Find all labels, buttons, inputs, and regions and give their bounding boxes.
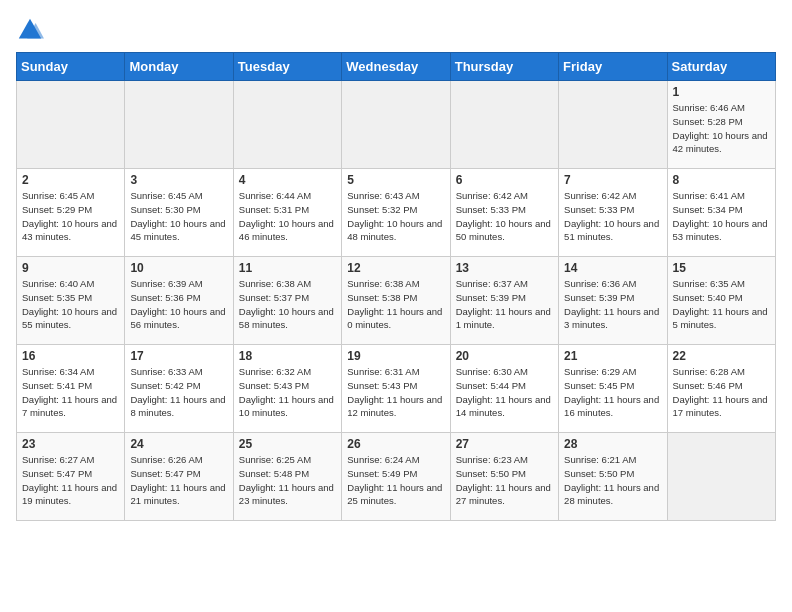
- day-number: 16: [22, 349, 119, 363]
- day-cell: 8Sunrise: 6:41 AM Sunset: 5:34 PM Daylig…: [667, 169, 775, 257]
- day-info: Sunrise: 6:33 AM Sunset: 5:42 PM Dayligh…: [130, 365, 227, 420]
- day-number: 3: [130, 173, 227, 187]
- day-cell: [667, 433, 775, 521]
- day-number: 25: [239, 437, 336, 451]
- day-number: 26: [347, 437, 444, 451]
- day-cell: 9Sunrise: 6:40 AM Sunset: 5:35 PM Daylig…: [17, 257, 125, 345]
- calendar-body: 1Sunrise: 6:46 AM Sunset: 5:28 PM Daylig…: [17, 81, 776, 521]
- day-number: 5: [347, 173, 444, 187]
- day-number: 19: [347, 349, 444, 363]
- day-cell: 3Sunrise: 6:45 AM Sunset: 5:30 PM Daylig…: [125, 169, 233, 257]
- day-number: 28: [564, 437, 661, 451]
- day-cell: 5Sunrise: 6:43 AM Sunset: 5:32 PM Daylig…: [342, 169, 450, 257]
- week-row: 2Sunrise: 6:45 AM Sunset: 5:29 PM Daylig…: [17, 169, 776, 257]
- day-cell: 12Sunrise: 6:38 AM Sunset: 5:38 PM Dayli…: [342, 257, 450, 345]
- header-cell-saturday: Saturday: [667, 53, 775, 81]
- day-number: 18: [239, 349, 336, 363]
- day-number: 24: [130, 437, 227, 451]
- day-number: 1: [673, 85, 770, 99]
- day-number: 11: [239, 261, 336, 275]
- header-cell-wednesday: Wednesday: [342, 53, 450, 81]
- day-info: Sunrise: 6:24 AM Sunset: 5:49 PM Dayligh…: [347, 453, 444, 508]
- day-info: Sunrise: 6:28 AM Sunset: 5:46 PM Dayligh…: [673, 365, 770, 420]
- week-row: 23Sunrise: 6:27 AM Sunset: 5:47 PM Dayli…: [17, 433, 776, 521]
- day-info: Sunrise: 6:32 AM Sunset: 5:43 PM Dayligh…: [239, 365, 336, 420]
- day-cell: 19Sunrise: 6:31 AM Sunset: 5:43 PM Dayli…: [342, 345, 450, 433]
- logo-icon: [16, 16, 44, 44]
- day-cell: [17, 81, 125, 169]
- week-row: 9Sunrise: 6:40 AM Sunset: 5:35 PM Daylig…: [17, 257, 776, 345]
- day-cell: [125, 81, 233, 169]
- day-number: 17: [130, 349, 227, 363]
- day-number: 27: [456, 437, 553, 451]
- day-cell: 10Sunrise: 6:39 AM Sunset: 5:36 PM Dayli…: [125, 257, 233, 345]
- day-info: Sunrise: 6:41 AM Sunset: 5:34 PM Dayligh…: [673, 189, 770, 244]
- day-info: Sunrise: 6:38 AM Sunset: 5:37 PM Dayligh…: [239, 277, 336, 332]
- day-cell: 26Sunrise: 6:24 AM Sunset: 5:49 PM Dayli…: [342, 433, 450, 521]
- header-cell-monday: Monday: [125, 53, 233, 81]
- header-cell-tuesday: Tuesday: [233, 53, 341, 81]
- day-info: Sunrise: 6:37 AM Sunset: 5:39 PM Dayligh…: [456, 277, 553, 332]
- day-info: Sunrise: 6:46 AM Sunset: 5:28 PM Dayligh…: [673, 101, 770, 156]
- day-cell: 14Sunrise: 6:36 AM Sunset: 5:39 PM Dayli…: [559, 257, 667, 345]
- header: [16, 16, 776, 44]
- day-cell: 23Sunrise: 6:27 AM Sunset: 5:47 PM Dayli…: [17, 433, 125, 521]
- day-number: 4: [239, 173, 336, 187]
- day-number: 22: [673, 349, 770, 363]
- day-cell: 25Sunrise: 6:25 AM Sunset: 5:48 PM Dayli…: [233, 433, 341, 521]
- day-cell: 21Sunrise: 6:29 AM Sunset: 5:45 PM Dayli…: [559, 345, 667, 433]
- day-cell: 4Sunrise: 6:44 AM Sunset: 5:31 PM Daylig…: [233, 169, 341, 257]
- day-cell: 11Sunrise: 6:38 AM Sunset: 5:37 PM Dayli…: [233, 257, 341, 345]
- day-info: Sunrise: 6:38 AM Sunset: 5:38 PM Dayligh…: [347, 277, 444, 332]
- day-cell: [342, 81, 450, 169]
- day-number: 10: [130, 261, 227, 275]
- day-info: Sunrise: 6:23 AM Sunset: 5:50 PM Dayligh…: [456, 453, 553, 508]
- day-info: Sunrise: 6:31 AM Sunset: 5:43 PM Dayligh…: [347, 365, 444, 420]
- day-number: 2: [22, 173, 119, 187]
- day-number: 7: [564, 173, 661, 187]
- day-info: Sunrise: 6:42 AM Sunset: 5:33 PM Dayligh…: [456, 189, 553, 244]
- day-number: 12: [347, 261, 444, 275]
- day-info: Sunrise: 6:25 AM Sunset: 5:48 PM Dayligh…: [239, 453, 336, 508]
- day-info: Sunrise: 6:27 AM Sunset: 5:47 PM Dayligh…: [22, 453, 119, 508]
- day-cell: 27Sunrise: 6:23 AM Sunset: 5:50 PM Dayli…: [450, 433, 558, 521]
- day-info: Sunrise: 6:30 AM Sunset: 5:44 PM Dayligh…: [456, 365, 553, 420]
- day-number: 13: [456, 261, 553, 275]
- day-cell: [233, 81, 341, 169]
- day-info: Sunrise: 6:45 AM Sunset: 5:29 PM Dayligh…: [22, 189, 119, 244]
- day-number: 14: [564, 261, 661, 275]
- day-info: Sunrise: 6:43 AM Sunset: 5:32 PM Dayligh…: [347, 189, 444, 244]
- day-cell: [450, 81, 558, 169]
- day-cell: 18Sunrise: 6:32 AM Sunset: 5:43 PM Dayli…: [233, 345, 341, 433]
- header-cell-sunday: Sunday: [17, 53, 125, 81]
- day-cell: 2Sunrise: 6:45 AM Sunset: 5:29 PM Daylig…: [17, 169, 125, 257]
- header-cell-friday: Friday: [559, 53, 667, 81]
- day-info: Sunrise: 6:29 AM Sunset: 5:45 PM Dayligh…: [564, 365, 661, 420]
- week-row: 16Sunrise: 6:34 AM Sunset: 5:41 PM Dayli…: [17, 345, 776, 433]
- day-info: Sunrise: 6:40 AM Sunset: 5:35 PM Dayligh…: [22, 277, 119, 332]
- day-number: 8: [673, 173, 770, 187]
- day-info: Sunrise: 6:21 AM Sunset: 5:50 PM Dayligh…: [564, 453, 661, 508]
- day-info: Sunrise: 6:39 AM Sunset: 5:36 PM Dayligh…: [130, 277, 227, 332]
- day-cell: 24Sunrise: 6:26 AM Sunset: 5:47 PM Dayli…: [125, 433, 233, 521]
- logo: [16, 16, 48, 44]
- day-cell: 15Sunrise: 6:35 AM Sunset: 5:40 PM Dayli…: [667, 257, 775, 345]
- calendar-table: SundayMondayTuesdayWednesdayThursdayFrid…: [16, 52, 776, 521]
- day-info: Sunrise: 6:36 AM Sunset: 5:39 PM Dayligh…: [564, 277, 661, 332]
- day-cell: [559, 81, 667, 169]
- week-row: 1Sunrise: 6:46 AM Sunset: 5:28 PM Daylig…: [17, 81, 776, 169]
- day-info: Sunrise: 6:34 AM Sunset: 5:41 PM Dayligh…: [22, 365, 119, 420]
- day-cell: 13Sunrise: 6:37 AM Sunset: 5:39 PM Dayli…: [450, 257, 558, 345]
- day-number: 15: [673, 261, 770, 275]
- day-cell: 28Sunrise: 6:21 AM Sunset: 5:50 PM Dayli…: [559, 433, 667, 521]
- day-number: 20: [456, 349, 553, 363]
- day-info: Sunrise: 6:45 AM Sunset: 5:30 PM Dayligh…: [130, 189, 227, 244]
- day-info: Sunrise: 6:26 AM Sunset: 5:47 PM Dayligh…: [130, 453, 227, 508]
- day-cell: 20Sunrise: 6:30 AM Sunset: 5:44 PM Dayli…: [450, 345, 558, 433]
- day-cell: 17Sunrise: 6:33 AM Sunset: 5:42 PM Dayli…: [125, 345, 233, 433]
- day-cell: 22Sunrise: 6:28 AM Sunset: 5:46 PM Dayli…: [667, 345, 775, 433]
- day-cell: 1Sunrise: 6:46 AM Sunset: 5:28 PM Daylig…: [667, 81, 775, 169]
- day-info: Sunrise: 6:42 AM Sunset: 5:33 PM Dayligh…: [564, 189, 661, 244]
- day-number: 21: [564, 349, 661, 363]
- day-cell: 6Sunrise: 6:42 AM Sunset: 5:33 PM Daylig…: [450, 169, 558, 257]
